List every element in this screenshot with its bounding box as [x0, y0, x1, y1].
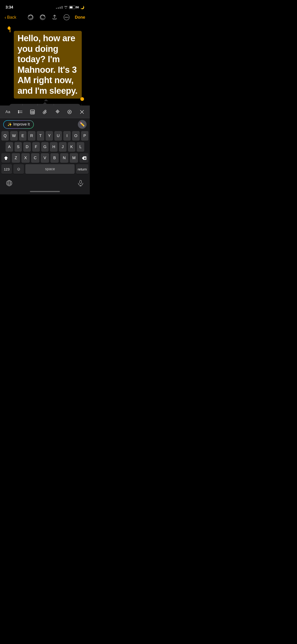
status-bar: 3:34 56 🌙: [0, 0, 90, 12]
svg-rect-10: [30, 110, 34, 114]
key-a[interactable]: A: [6, 142, 13, 152]
home-bar: [30, 191, 60, 192]
improve-label: Improve It: [13, 122, 30, 126]
key-t[interactable]: T: [37, 131, 44, 141]
key-i[interactable]: I: [63, 131, 71, 141]
svg-point-15: [57, 111, 58, 112]
key-e[interactable]: E: [19, 131, 26, 141]
emoji-button[interactable]: ☺: [13, 164, 24, 174]
svg-point-7: [18, 112, 19, 113]
key-z[interactable]: Z: [12, 153, 20, 163]
improve-it-button[interactable]: ✨ Improve It: [3, 120, 34, 129]
keyboard-toolbar: Aa: [0, 106, 90, 118]
keyboard-row-3: Z X C V B N M: [2, 153, 88, 163]
home-indicator: [0, 190, 90, 194]
key-n[interactable]: N: [60, 153, 68, 163]
improve-icon: ✨: [7, 122, 12, 127]
more-options-button[interactable]: [63, 14, 70, 21]
back-button[interactable]: ‹ Back: [4, 15, 16, 20]
font-format-button[interactable]: Aa: [4, 108, 12, 116]
status-time: 3:34: [6, 5, 13, 10]
key-l[interactable]: L: [77, 142, 84, 152]
context-menu-caret: [4, 99, 85, 101]
location-button[interactable]: [53, 108, 62, 116]
key-v[interactable]: V: [41, 153, 49, 163]
undo-button[interactable]: [27, 14, 34, 21]
key-r[interactable]: R: [28, 131, 35, 141]
cursor-top: [10, 27, 10, 32]
share-button[interactable]: [51, 14, 58, 21]
cursor-bottom: [80, 97, 84, 101]
done-button[interactable]: Done: [75, 15, 85, 20]
moon-icon: 🌙: [80, 6, 84, 9]
status-icons: 56 🌙: [56, 6, 84, 9]
svg-rect-24: [80, 180, 82, 184]
delete-button[interactable]: [80, 153, 88, 163]
globe-button[interactable]: [4, 178, 14, 188]
toolbar-actions: Done: [27, 14, 85, 21]
key-d[interactable]: D: [23, 142, 31, 152]
key-j[interactable]: J: [59, 142, 66, 152]
list-format-button[interactable]: [16, 108, 24, 116]
key-g[interactable]: G: [41, 142, 49, 152]
key-m[interactable]: M: [70, 153, 78, 163]
selected-text-content: Hello, how are you doing today? I'm Mahn…: [18, 33, 78, 96]
table-button[interactable]: [28, 108, 36, 116]
bottom-bar: [0, 176, 90, 190]
return-button[interactable]: return: [76, 164, 88, 174]
key-w[interactable]: W: [10, 131, 18, 141]
numbers-button[interactable]: 123: [2, 164, 12, 174]
drawing-button[interactable]: [66, 108, 74, 116]
back-chevron-icon: ‹: [4, 15, 6, 20]
key-k[interactable]: K: [68, 142, 76, 152]
key-y[interactable]: Y: [46, 131, 53, 141]
keyboard-row-2: A S D F G H J K L: [2, 142, 88, 152]
ai-magic-button[interactable]: ✏️: [78, 120, 86, 129]
key-q[interactable]: Q: [2, 131, 9, 141]
space-button[interactable]: space: [25, 164, 74, 174]
key-c[interactable]: C: [31, 153, 39, 163]
keyboard-row-4: 123 ☺ space return: [2, 164, 88, 174]
redo-button[interactable]: [39, 14, 46, 21]
back-label: Back: [7, 15, 16, 20]
key-s[interactable]: S: [14, 142, 22, 152]
key-u[interactable]: U: [54, 131, 62, 141]
improve-row: ✨ Improve It ✏️: [0, 118, 90, 130]
svg-point-2: [65, 17, 66, 18]
navigation-toolbar: ‹ Back: [0, 12, 90, 23]
signal-icon: [56, 6, 62, 9]
wifi-icon: [64, 6, 68, 9]
key-o[interactable]: O: [72, 131, 80, 141]
keys-area: Q W E R T Y U I O P A S D F G H J K L: [0, 130, 90, 176]
magic-icon: ✏️: [80, 122, 85, 127]
svg-point-4: [68, 17, 68, 18]
selected-text-block: Hello, how are you doing today? I'm Mahn…: [14, 31, 82, 98]
key-b[interactable]: B: [50, 153, 59, 163]
key-h[interactable]: H: [50, 142, 58, 152]
svg-point-3: [66, 17, 67, 18]
keyboard-close-button[interactable]: [78, 108, 86, 116]
keyboard-row-1: Q W E R T Y U I O P: [2, 131, 88, 141]
key-x[interactable]: X: [22, 153, 30, 163]
svg-point-6: [18, 110, 19, 112]
key-p[interactable]: P: [81, 131, 88, 141]
battery-icon: 56: [69, 6, 79, 9]
keyboard-area: Aa ✨ Improve It ✏️: [0, 106, 90, 194]
attachment-button[interactable]: [41, 108, 49, 116]
microphone-button[interactable]: [76, 178, 85, 188]
shift-button[interactable]: [2, 153, 10, 163]
key-f[interactable]: F: [32, 142, 40, 152]
